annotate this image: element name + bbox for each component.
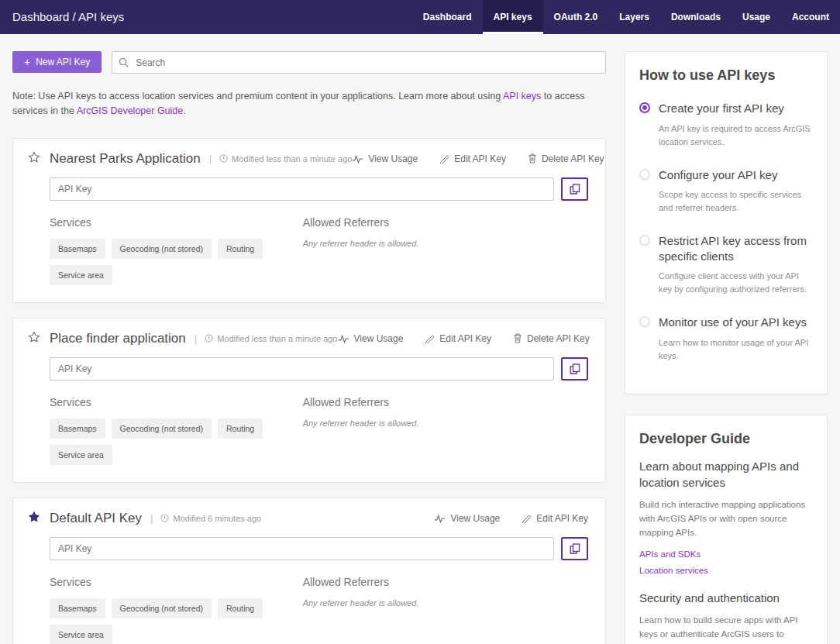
- trash-icon: [513, 333, 522, 343]
- how-to-step-3: Restrict API key access from specific cl…: [639, 233, 813, 296]
- edit-api-key-button[interactable]: Edit API Key: [439, 153, 506, 164]
- pencil-icon: [439, 153, 449, 164]
- api-key-title: Default API Key: [50, 511, 142, 526]
- step-title[interactable]: Configure your API key: [659, 167, 813, 183]
- view-usage-label: View Usage: [368, 153, 418, 164]
- edit-api-key-button[interactable]: Edit API Key: [522, 513, 588, 524]
- developer-guide-link[interactable]: ArcGIS Developer Guide: [77, 105, 184, 116]
- view-usage-button[interactable]: View Usage: [352, 153, 418, 164]
- guide-section-body: Build rich interactive mapping applicati…: [639, 498, 813, 539]
- spacer: [639, 582, 813, 590]
- step-radio-icon[interactable]: [639, 235, 650, 246]
- service-chips: Basemaps Geocoding (not stored) Routing …: [50, 598, 303, 644]
- service-chip: Routing: [218, 598, 263, 618]
- note-prefix: Note: Use API keys to access location se…: [12, 91, 503, 102]
- nav-item-usage[interactable]: Usage: [732, 0, 781, 34]
- nav-item-oauth[interactable]: OAuth 2.0: [543, 0, 609, 34]
- modified-timestamp: Modified less than a minute ago: [219, 154, 352, 164]
- favorite-star-filled-icon[interactable]: [28, 511, 50, 525]
- referrers-text: Any referrer header is allowed.: [303, 598, 588, 608]
- clock-icon: [219, 154, 228, 163]
- favorite-star-icon[interactable]: [28, 151, 50, 166]
- step-content: Configure your API key Scope key access …: [659, 167, 813, 215]
- step-radio-icon[interactable]: [639, 316, 650, 327]
- api-key-title: Place finder application: [50, 331, 186, 346]
- nav-item-account[interactable]: Account: [781, 0, 840, 34]
- referrers-text: Any referrer header is allowed.: [303, 418, 588, 428]
- clock-icon: [160, 514, 169, 522]
- api-key-row: [50, 177, 588, 201]
- separator: |: [195, 332, 197, 344]
- clock-icon: [205, 334, 213, 343]
- step-title[interactable]: Restrict API key access from specific cl…: [659, 233, 813, 263]
- new-api-key-label: New API Key: [36, 57, 90, 67]
- step-title[interactable]: Monitor use of your API keys: [659, 315, 813, 330]
- modified-text: Modified less than a minute ago: [217, 334, 337, 343]
- delete-api-key-label: Delete API Key: [542, 153, 604, 164]
- referrers-heading: Allowed Referrers: [303, 216, 588, 229]
- service-chips: Basemaps Geocoding (not stored) Routing …: [50, 239, 303, 285]
- service-chip: Routing: [218, 418, 263, 439]
- view-usage-button[interactable]: View Usage: [338, 333, 404, 344]
- nav-item-layers[interactable]: Layers: [608, 0, 660, 34]
- copy-key-button[interactable]: [561, 177, 588, 201]
- card-header: Nearest Parks Application | Modified les…: [28, 151, 588, 167]
- copy-icon: [570, 363, 580, 374]
- location-services-link[interactable]: Location services: [639, 566, 813, 575]
- delete-api-key-button[interactable]: Delete API Key: [513, 333, 590, 344]
- step-description: An API key is required to access ArcGIS …: [659, 122, 813, 149]
- separator: |: [209, 153, 212, 164]
- step-description: Learn how to monitor usage of your API k…: [659, 336, 813, 363]
- api-key-input[interactable]: [50, 357, 554, 381]
- usage-chart-icon: [352, 154, 363, 164]
- nav-item-downloads[interactable]: Downloads: [660, 0, 732, 34]
- edit-api-key-button[interactable]: Edit API Key: [425, 333, 491, 344]
- api-key-card: Default API Key | Modified 6 minutes ago…: [12, 498, 606, 644]
- pencil-icon: [425, 333, 435, 343]
- edit-api-key-label: Edit API Key: [439, 333, 491, 344]
- service-chip: Geocoding (not stored): [112, 239, 212, 259]
- api-key-title: Nearest Parks Application: [50, 151, 201, 167]
- usage-chart-icon: [434, 514, 446, 523]
- service-chip: Basemaps: [50, 239, 105, 259]
- note-text: Note: Use API keys to access location se…: [12, 89, 606, 119]
- api-key-input[interactable]: [50, 537, 554, 560]
- step-radio-icon[interactable]: [639, 169, 650, 180]
- api-key-input[interactable]: [50, 177, 554, 201]
- step-title[interactable]: Create your first API key: [659, 101, 813, 116]
- new-api-key-button[interactable]: + New API Key: [12, 51, 102, 73]
- favorite-star-icon[interactable]: [28, 331, 50, 346]
- modified-timestamp: Modified less than a minute ago: [205, 334, 337, 343]
- copy-key-button[interactable]: [561, 537, 588, 560]
- card-actions: View Usage Edit API Key Delete API Key: [338, 333, 590, 344]
- api-key-card: Place finder application | Modified less…: [12, 318, 606, 483]
- api-keys-link[interactable]: API keys: [503, 91, 541, 102]
- search-input[interactable]: [112, 51, 606, 74]
- card-details: Services Basemaps Geocoding (not stored)…: [50, 396, 588, 465]
- card-header: Default API Key | Modified 6 minutes ago…: [28, 511, 588, 526]
- copy-key-button[interactable]: [561, 357, 588, 381]
- referrers-heading: Allowed Referrers: [303, 396, 588, 408]
- breadcrumb[interactable]: Dashboard / API keys: [12, 0, 124, 34]
- card-details: Services Basemaps Geocoding (not stored)…: [50, 216, 588, 285]
- developer-guide-card: Developer Guide Learn about mapping APIs…: [625, 415, 828, 644]
- trash-icon: [528, 153, 537, 164]
- sidebar: How to use API keys Create your first AP…: [625, 51, 828, 644]
- apis-and-sdks-link[interactable]: APIs and SDKs: [639, 549, 813, 559]
- step-radio-icon[interactable]: [639, 102, 650, 113]
- card-actions: View Usage Edit API Key: [434, 513, 588, 524]
- copy-icon: [570, 543, 580, 554]
- card-details: Services Basemaps Geocoding (not stored)…: [50, 576, 588, 644]
- view-usage-button[interactable]: View Usage: [434, 513, 500, 524]
- services-heading: Services: [50, 216, 303, 229]
- service-chip: Geocoding (not stored): [112, 598, 212, 618]
- nav-item-dashboard[interactable]: Dashboard: [412, 0, 483, 34]
- modified-text: Modified 6 minutes ago: [173, 514, 261, 523]
- card-actions: View Usage Edit API Key Delete API Key: [352, 153, 604, 164]
- delete-api-key-button[interactable]: Delete API Key: [528, 153, 604, 164]
- nav-item-api-keys[interactable]: API keys: [483, 0, 543, 34]
- step-description: Scope key access to specific services an…: [659, 188, 813, 215]
- card-header: Place finder application | Modified less…: [28, 331, 588, 346]
- main-column: + New API Key Note: Use API keys to acce…: [12, 51, 606, 644]
- referrers-column: Allowed Referrers Any referrer header is…: [303, 216, 588, 285]
